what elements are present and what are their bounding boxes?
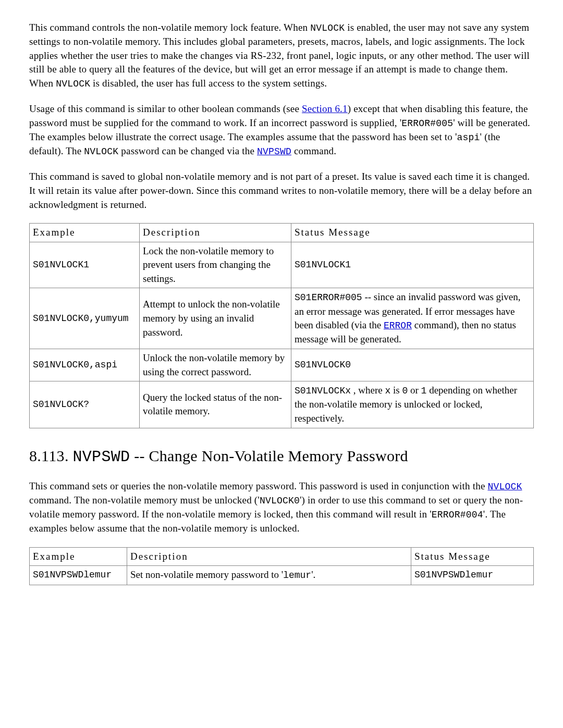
header-description: Description (127, 547, 411, 566)
cell-status: S01NVLOCK1 (291, 242, 534, 288)
header-status: Status Message (411, 547, 534, 566)
code-error004: ERROR#004 (432, 510, 483, 520)
text: , where (351, 385, 385, 396)
code-1: 1 (421, 386, 427, 396)
paragraph-1: This command controls the non-volatile m… (29, 21, 534, 91)
heading-nvpswd: 8.113. NVPSWD -- Change Non-Volatile Mem… (29, 445, 534, 468)
code-nvlockx: S01NVLOCKx (295, 386, 351, 396)
table-row: S01NVLOCK? Query the locked status of th… (30, 381, 534, 428)
text: This command sets or queries the non-vol… (29, 480, 487, 491)
code-lemur: lemur (283, 570, 311, 581)
table-row: S01NVPSWDlemur Set non-volatile memory p… (30, 566, 534, 585)
text: or (408, 385, 421, 396)
table-header-row: Example Description Status Message (30, 224, 534, 242)
cell-description: Attempt to unlock the non-volatile memor… (140, 288, 291, 349)
table-nvpswd-examples: Example Description Status Message S01NV… (29, 547, 534, 585)
cell-description: Lock the non-volatile memory to prevent … (140, 242, 291, 288)
link-error[interactable]: ERROR (384, 320, 412, 331)
header-status: Status Message (291, 224, 534, 242)
code-0: 0 (402, 386, 408, 396)
cell-description: Unlock the non-volatile memory by using … (140, 349, 291, 381)
code-nvlock: NVLOCK (310, 23, 345, 33)
table-nvlock-examples: Example Description Status Message S01NV… (29, 223, 534, 428)
cell-status: S01NVPSWDlemur (411, 566, 534, 585)
link-nvpswd[interactable]: NVPSWD (257, 146, 291, 157)
cell-status: S01NVLOCK0 (291, 349, 534, 381)
code-nvlock0: NVLOCK0 (260, 496, 300, 506)
code-aspi: aspi (457, 132, 480, 143)
code-nvlock: NVLOCK (56, 79, 90, 89)
paragraph-2: Usage of this command is similar to othe… (29, 102, 534, 158)
text: is disabled, the user has full access to… (90, 78, 327, 89)
header-example: Example (30, 224, 140, 242)
text: command. (291, 145, 336, 156)
heading-title: -- Change Non-Volatile Memory Password (130, 447, 408, 464)
link-nvlock[interactable]: NVLOCK (487, 482, 522, 492)
table-row: S01NVLOCK0,yumyum Attempt to unlock the … (30, 288, 534, 349)
cell-example: S01NVLOCK0,aspi (30, 349, 140, 381)
text: Usage of this command is similar to othe… (29, 103, 302, 114)
link-section-6-1[interactable]: Section 6.1 (302, 103, 348, 114)
cell-status: S01NVLOCKx , where x is 0 or 1 depending… (291, 381, 534, 428)
code-nvlock: NVLOCK (84, 146, 118, 157)
cell-example: S01NVLOCK? (30, 381, 140, 428)
header-example: Example (30, 547, 127, 566)
heading-code: NVPSWD (73, 448, 130, 466)
table-row: S01NVLOCK1 Lock the non-volatile memory … (30, 242, 534, 288)
table-row: S01NVLOCK0,aspi Unlock the non-volatile … (30, 349, 534, 381)
cell-description: Set non-volatile memory password to 'lem… (127, 566, 411, 585)
text: Set non-volatile memory password to ' (130, 569, 283, 580)
text: is (390, 385, 402, 396)
table-header-row: Example Description Status Message (30, 547, 534, 566)
cell-status: S01ERROR#005 -- since an invalid passwor… (291, 288, 534, 349)
text: password can be changed via the (118, 145, 257, 156)
text: '. (311, 569, 315, 580)
code-x: x (385, 386, 390, 396)
heading-number: 8.113. (29, 447, 73, 464)
paragraph-nvpswd: This command sets or queries the non-vol… (29, 479, 534, 536)
code-error005: ERROR#005 (401, 118, 453, 129)
text: This command controls the non-volatile m… (29, 22, 310, 33)
cell-example: S01NVPSWDlemur (30, 566, 127, 585)
cell-example: S01NVLOCK1 (30, 242, 140, 288)
header-description: Description (140, 224, 291, 242)
paragraph-3: This command is saved to global non-vola… (29, 170, 534, 212)
cell-example: S01NVLOCK0,yumyum (30, 288, 140, 349)
cell-description: Query the locked status of the non-volat… (140, 381, 291, 428)
text: command. The non-volatile memory must be… (29, 495, 260, 505)
code-error: S01ERROR#005 (295, 292, 362, 303)
